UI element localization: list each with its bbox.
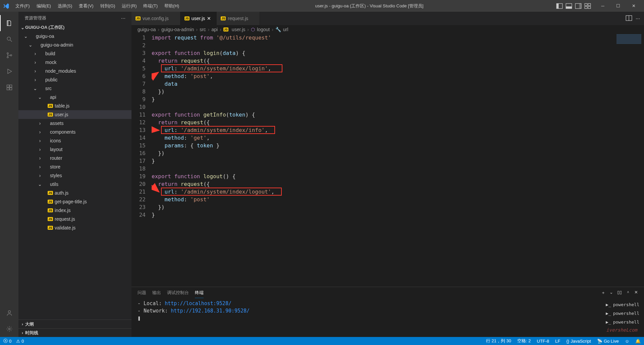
tree-item[interactable]: ›node_modules bbox=[18, 67, 131, 75]
code-area[interactable]: import request from '@/utils/request' ex… bbox=[152, 34, 644, 287]
status-warnings[interactable]: ⚠ 0 bbox=[16, 339, 24, 344]
tree-item[interactable]: JStable.js bbox=[18, 101, 131, 110]
code-editor[interactable]: 123456789101112131415161718192021222324 … bbox=[131, 34, 644, 287]
tree-item[interactable]: ›layout bbox=[18, 145, 131, 154]
minimize-icon[interactable]: ─ bbox=[595, 0, 610, 12]
js-file-icon: JS bbox=[47, 217, 53, 221]
timeline-section[interactable]: ›时间线 bbox=[18, 328, 131, 337]
terminal-list-item[interactable]: ▶_powershell bbox=[604, 318, 641, 327]
status-cursor[interactable]: 行 21，列 30 bbox=[486, 338, 511, 344]
breadcrumb-segment[interactable]: user.js bbox=[232, 27, 245, 32]
terminal-network-url[interactable]: http://192.168.31.90:9528/ bbox=[171, 308, 250, 314]
tree-item[interactable]: ›mock bbox=[18, 58, 131, 67]
status-errors[interactable]: ⓧ 0 bbox=[3, 338, 11, 344]
editor-tab[interactable]: JSrequest.js✕ bbox=[217, 12, 260, 25]
breadcrumb-segment[interactable]: logout bbox=[257, 27, 270, 32]
status-language[interactable]: {} JavaScript bbox=[567, 338, 591, 344]
workspace-root[interactable]: ⌄GUIGU-OA (工作区) bbox=[18, 23, 131, 32]
split-terminal-icon[interactable]: ▯▯ bbox=[617, 290, 622, 296]
terminal-local-url[interactable]: http://localhost:9528/ bbox=[165, 300, 231, 306]
tree-item[interactable]: JSuser.js bbox=[18, 110, 131, 119]
search-icon[interactable] bbox=[0, 31, 18, 47]
status-golive[interactable]: 📡 Go Live bbox=[597, 338, 619, 344]
terminal-shell-icon: ▶_ bbox=[606, 319, 611, 326]
tree-item[interactable]: ›build bbox=[18, 49, 131, 58]
panel-tab[interactable]: 终端 bbox=[195, 288, 204, 298]
menu-item-0[interactable]: 文件(F) bbox=[12, 2, 33, 10]
editor-tab[interactable]: JSuser.js✕ bbox=[180, 12, 217, 25]
minimap[interactable] bbox=[614, 34, 644, 287]
menu-item-2[interactable]: 选择(S) bbox=[54, 2, 75, 10]
menu-item-3[interactable]: 查看(V) bbox=[75, 2, 97, 10]
extensions-icon[interactable] bbox=[0, 79, 18, 95]
tree-item[interactable]: ⌄guigu-oa bbox=[18, 32, 131, 41]
tree-item[interactable]: ›icons bbox=[18, 136, 131, 145]
tree-item[interactable]: JSrequest.js bbox=[18, 215, 131, 223]
terminal-list-item[interactable]: ▶_powershell bbox=[604, 309, 641, 318]
terminal-list-item[interactable]: ▶_powershell bbox=[604, 300, 641, 309]
tab-label: request.js bbox=[228, 16, 248, 21]
close-panel-icon[interactable]: ✕ bbox=[634, 290, 638, 296]
more-icon[interactable]: ⋯ bbox=[636, 16, 640, 21]
menu-item-5[interactable]: 运行(R) bbox=[118, 2, 140, 10]
outline-section[interactable]: ›大纲 bbox=[18, 320, 131, 328]
toggle-primary-side-bar-icon[interactable] bbox=[556, 3, 563, 9]
tree-item[interactable]: JSauth.js bbox=[18, 189, 131, 197]
sidebar-more-icon[interactable]: ⋯ bbox=[121, 16, 125, 21]
tree-item[interactable]: ›components bbox=[18, 128, 131, 136]
explorer-icon[interactable] bbox=[0, 15, 18, 31]
source-control-icon[interactable] bbox=[0, 47, 18, 63]
terminal-dropdown-icon[interactable]: ⌄ bbox=[609, 290, 613, 296]
menu-item-7[interactable]: 帮助(H) bbox=[161, 2, 182, 10]
status-eol[interactable]: LF bbox=[555, 338, 560, 344]
tree-item-label: icons bbox=[50, 138, 61, 143]
accounts-icon[interactable] bbox=[0, 305, 18, 321]
breadcrumb-segment[interactable]: url bbox=[283, 27, 288, 32]
tree-item[interactable]: JSvalidate.js bbox=[18, 223, 131, 232]
breadcrumb-segment[interactable]: src bbox=[200, 27, 206, 32]
menu-item-6[interactable]: 终端(T) bbox=[140, 2, 161, 10]
toggle-secondary-side-bar-icon[interactable] bbox=[575, 3, 582, 9]
run-debug-icon[interactable] bbox=[0, 63, 18, 79]
tree-item[interactable]: ⌄api bbox=[18, 93, 131, 101]
maximize-panel-icon[interactable]: ＾ bbox=[626, 290, 630, 296]
breadcrumb[interactable]: guigu-oa›guigu-oa-admin›src›api›JSuser.j… bbox=[131, 25, 644, 34]
tree-item[interactable]: ›store bbox=[18, 162, 131, 171]
tree-item[interactable]: JSget-page-title.js bbox=[18, 197, 131, 206]
svg-point-20 bbox=[8, 328, 10, 330]
tree-item[interactable]: JSindex.js bbox=[18, 206, 131, 215]
status-bell-icon[interactable]: 🔔 bbox=[635, 338, 641, 344]
svg-rect-16 bbox=[7, 88, 9, 90]
status-spaces[interactable]: 空格: 2 bbox=[517, 338, 531, 344]
tree-item[interactable]: ›styles bbox=[18, 171, 131, 180]
new-terminal-icon[interactable]: ＋ bbox=[601, 290, 605, 296]
tab-close-icon[interactable]: ✕ bbox=[207, 16, 212, 21]
tree-item-label: node_modules bbox=[45, 68, 76, 74]
breadcrumb-segment[interactable]: guigu-oa bbox=[138, 27, 156, 32]
tree-item-label: src bbox=[45, 86, 52, 91]
panel-tab[interactable]: 问题 bbox=[138, 288, 146, 298]
split-editor-icon[interactable] bbox=[626, 15, 632, 22]
close-icon[interactable]: ✕ bbox=[626, 0, 641, 12]
tree-item[interactable]: ›assets bbox=[18, 119, 131, 128]
status-feedback-icon[interactable]: ☺ bbox=[625, 338, 629, 344]
panel-tab[interactable]: 调试控制台 bbox=[167, 288, 189, 298]
toggle-panel-icon[interactable] bbox=[566, 3, 572, 9]
tree-item[interactable]: ⌄guigu-oa-admin bbox=[18, 41, 131, 49]
tree-item[interactable]: ⌄src bbox=[18, 84, 131, 93]
settings-gear-icon[interactable] bbox=[0, 321, 18, 337]
breadcrumb-segment[interactable]: guigu-oa-admin bbox=[161, 27, 194, 32]
menu-item-1[interactable]: 编辑(E) bbox=[33, 2, 54, 10]
maximize-icon[interactable]: ☐ bbox=[610, 0, 626, 12]
tree-item[interactable]: ⌄utils bbox=[18, 180, 131, 189]
terminal[interactable]: - Local: http://localhost:9528/ - Networ… bbox=[131, 298, 644, 337]
menu-item-4[interactable]: 转到(G) bbox=[97, 2, 119, 10]
tree-item[interactable]: ›public bbox=[18, 75, 131, 84]
editor-tab[interactable]: JSvue.config.js✕ bbox=[131, 12, 180, 25]
customize-layout-icon[interactable] bbox=[584, 3, 591, 9]
terminal-list: ▶_powershell▶_powershell▶_powershell bbox=[604, 300, 641, 327]
status-encoding[interactable]: UTF-8 bbox=[537, 338, 549, 344]
breadcrumb-segment[interactable]: api bbox=[211, 27, 218, 32]
panel-tab[interactable]: 输出 bbox=[152, 288, 161, 298]
tree-item[interactable]: ›router bbox=[18, 154, 131, 162]
